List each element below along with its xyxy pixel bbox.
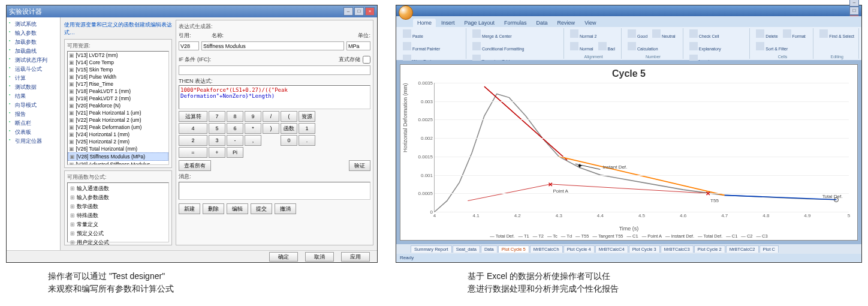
- function-item[interactable]: 特殊函数: [69, 211, 167, 220]
- chart-canvas[interactable]: Cycle 5 Horizontal Deformation (mm) Time…: [400, 64, 858, 241]
- sheet-tab[interactable]: Data: [481, 245, 498, 253]
- tree-item[interactable]: 结果: [8, 92, 59, 101]
- keypad-key[interactable]: 6: [227, 123, 243, 134]
- keypad-key[interactable]: 3: [209, 135, 225, 146]
- view-all-button[interactable]: 查看所有: [179, 160, 211, 171]
- function-item[interactable]: 数学函数: [69, 202, 167, 211]
- ribbon-tab[interactable]: View: [580, 19, 600, 27]
- tree-item[interactable]: 仪表板: [8, 128, 59, 137]
- save-style-checkbox[interactable]: [363, 56, 370, 64]
- function-item[interactable]: 用户定义公式: [69, 238, 167, 247]
- sheet-tab[interactable]: Plot Cycle 5: [498, 245, 529, 253]
- ribbon-button[interactable]: Explanatory: [688, 41, 723, 52]
- tree-item[interactable]: 报告: [8, 110, 59, 119]
- ribbon-button[interactable]: Normal: [568, 41, 595, 52]
- ribbon-tab[interactable]: Data: [532, 19, 552, 27]
- tree-item[interactable]: 引用定位器: [8, 137, 59, 146]
- keypad-key[interactable]: .: [299, 135, 315, 146]
- variable-item[interactable]: [V15] Skin Temp: [68, 66, 168, 73]
- action-button[interactable]: 删除: [203, 203, 224, 214]
- keypad-key[interactable]: +: [209, 147, 225, 158]
- keypad-key[interactable]: 8: [227, 111, 243, 122]
- function-list[interactable]: 输入通道函数输入参数函数数学函数特殊函数常量定义预定义公式用户定义公式: [67, 182, 169, 242]
- variable-item[interactable]: [V28] Stiffness Modulus (MPa): [68, 152, 168, 161]
- sheet-tab[interactable]: Seat_data: [453, 245, 480, 253]
- sheet-tab[interactable]: Plot C: [760, 245, 779, 253]
- ribbon-button[interactable]: Conditional Formatting: [471, 41, 526, 52]
- ribbon-button[interactable]: Check Cell: [688, 28, 721, 40]
- variable-item[interactable]: [V26] Total Horizontal (mm): [68, 145, 168, 152]
- variable-item[interactable]: [V29] Adjusted Stiffness Modulus: [68, 161, 168, 165]
- close-button[interactable]: ×: [365, 7, 375, 16]
- keypad-key[interactable]: *: [245, 123, 261, 134]
- sheet-tab[interactable]: Plot Cycle 3: [629, 245, 660, 253]
- tree-item[interactable]: 输入参数: [8, 29, 59, 38]
- keypad-key[interactable]: =: [179, 147, 207, 158]
- keypad-key[interactable]: 4: [179, 123, 207, 134]
- function-item[interactable]: 输入通道函数: [69, 184, 167, 193]
- ribbon-button[interactable]: Find & Select: [818, 28, 856, 40]
- tree-item[interactable]: 加载参数: [8, 38, 59, 47]
- keypad-key[interactable]: 1: [299, 123, 315, 134]
- ribbon-button[interactable]: Neutral: [650, 28, 677, 40]
- tree-item[interactable]: 计算: [8, 74, 59, 83]
- ribbon-button[interactable]: Bad: [596, 41, 617, 52]
- variable-item[interactable]: [V17] Rise_Time: [68, 80, 168, 88]
- ribbon-button[interactable]: Calculation: [626, 41, 660, 52]
- keypad-key[interactable]: /: [263, 111, 279, 122]
- variable-item[interactable]: [V19] PeakLVDT 2 (mm): [68, 95, 168, 102]
- ribbon-button[interactable]: Delete: [754, 28, 779, 40]
- tree-item[interactable]: 测试数据: [8, 83, 59, 92]
- variable-item[interactable]: [V13] LVDT2 (mm): [68, 52, 168, 59]
- action-button[interactable]: 撤消: [275, 203, 296, 214]
- variable-item[interactable]: [V20] Peakforce (N): [68, 102, 168, 109]
- variable-item[interactable]: [V24] Horizontal 1 (mm): [68, 131, 168, 138]
- tree-item[interactable]: 向导模式: [8, 101, 59, 110]
- variable-item[interactable]: [V25] Horizontal 2 (mm): [68, 138, 168, 145]
- keypad-key[interactable]: ): [263, 123, 279, 134]
- sheet-tab[interactable]: Plot Cycle 2: [694, 245, 725, 253]
- keypad-key[interactable]: 5: [209, 123, 225, 134]
- variable-item[interactable]: [V16] Pulse Width: [68, 73, 168, 80]
- sheet-tab[interactable]: MrBTCalcC3: [661, 245, 694, 253]
- tree-item[interactable]: 测试状态序列: [8, 56, 59, 65]
- ribbon-tab[interactable]: Formulas: [500, 19, 531, 27]
- unit-input[interactable]: [346, 41, 370, 50]
- sheet-tab[interactable]: Summary Report: [411, 245, 452, 253]
- tree-item[interactable]: 测试系统: [8, 20, 59, 29]
- ribbon-button[interactable]: Good: [626, 28, 649, 40]
- minimize-button[interactable]: –: [849, 0, 859, 7]
- action-button[interactable]: 提交: [251, 203, 272, 214]
- keypad-key[interactable]: 函数: [281, 123, 297, 134]
- keypad-key[interactable]: 0: [281, 135, 297, 146]
- keypad-key[interactable]: 资源: [299, 111, 315, 122]
- ref-input[interactable]: [179, 41, 199, 50]
- keypad-key[interactable]: 9: [245, 111, 261, 122]
- function-item[interactable]: 常量定义: [69, 220, 167, 229]
- verify-button[interactable]: 验证: [349, 160, 370, 171]
- ribbon-button[interactable]: Format Painter: [401, 41, 442, 52]
- dialog-button[interactable]: 应用: [341, 252, 370, 262]
- if-condition-input[interactable]: [179, 65, 370, 75]
- keypad-key[interactable]: -: [227, 135, 243, 146]
- tree-item[interactable]: 加载曲线: [8, 47, 59, 56]
- action-button[interactable]: 新建: [179, 203, 200, 214]
- ribbon-tab[interactable]: Insert: [437, 19, 459, 27]
- maximize-button[interactable]: □: [849, 7, 859, 15]
- sheet-tab[interactable]: MrBTCalcC4: [595, 245, 628, 253]
- sheet-tab[interactable]: Plot Cycle 4: [563, 245, 595, 253]
- keypad-key[interactable]: 2: [179, 135, 207, 146]
- keypad-key[interactable]: 运算符: [179, 111, 207, 122]
- category-tree[interactable]: 测试系统输入参数加载参数加载曲线测试状态序列运载斗公式计算测试数据结果向导模式报…: [7, 17, 61, 250]
- dialog-button[interactable]: 取消: [305, 252, 334, 262]
- ribbon-button[interactable]: Paste: [401, 28, 425, 40]
- minimize-button[interactable]: –: [343, 7, 353, 16]
- action-button[interactable]: 编辑: [227, 203, 248, 214]
- keypad-key[interactable]: (: [281, 111, 297, 122]
- ribbon-button[interactable]: Normal 2: [568, 28, 598, 40]
- ribbon-tab[interactable]: Page Layout: [460, 19, 499, 27]
- window-titlebar[interactable]: 实验设计器 – □ ×: [7, 5, 377, 17]
- excel-titlebar[interactable]: – □ ×: [396, 5, 861, 16]
- dialog-button[interactable]: 确定: [269, 252, 298, 262]
- variable-item[interactable]: [V22] Peak Horizontal 2 (um): [68, 116, 168, 124]
